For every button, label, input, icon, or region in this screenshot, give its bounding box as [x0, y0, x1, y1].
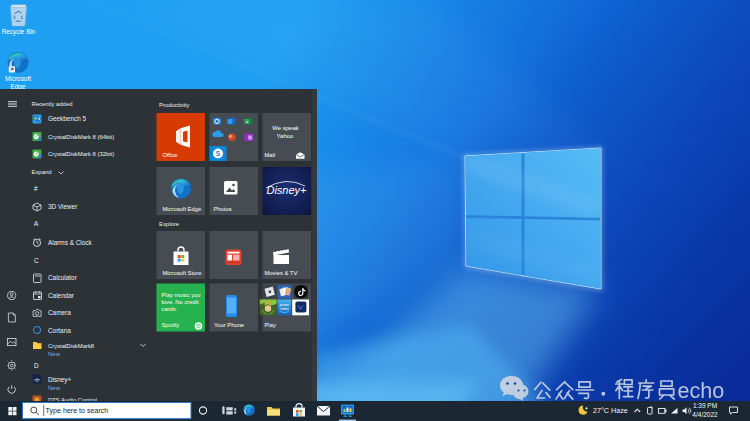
svg-text:Calendar: Calendar [48, 292, 75, 299]
svg-text:video: video [280, 307, 289, 311]
svg-text:Disney+: Disney+ [48, 376, 72, 384]
svg-text:Yahoo: Yahoo [277, 133, 295, 139]
svg-text:New: New [48, 385, 61, 391]
svg-text:Camera: Camera [48, 309, 71, 316]
svg-text:Movies & TV: Movies & TV [265, 270, 298, 276]
svg-text:#: # [34, 185, 38, 192]
svg-text:Alarms & Clock: Alarms & Clock [48, 239, 92, 246]
svg-text:Microsoft: Microsoft [5, 75, 31, 82]
svg-text:Type here to search: Type here to search [46, 407, 109, 415]
svg-text:Photos: Photos [214, 206, 232, 212]
svg-text:Geekbench 5: Geekbench 5 [48, 115, 86, 122]
svg-text:1:39 PM: 1:39 PM [693, 402, 717, 409]
svg-text:Explore: Explore [159, 221, 180, 227]
svg-text:Office: Office [163, 152, 178, 158]
svg-text:Disney+: Disney+ [266, 184, 307, 196]
svg-text:S: S [216, 150, 221, 157]
svg-text:27°C Haze: 27°C Haze [593, 406, 628, 415]
svg-text:D: D [36, 379, 39, 383]
svg-text:cards.: cards. [162, 306, 178, 312]
svg-text:Cortana: Cortana [48, 327, 71, 334]
svg-text:Recently added: Recently added [32, 101, 73, 107]
svg-text:Spotify: Spotify [162, 322, 180, 328]
svg-text:Microsoft Edge: Microsoft Edge [163, 206, 202, 212]
svg-text:Productivity: Productivity [159, 102, 190, 108]
svg-text:Expand: Expand [32, 169, 52, 175]
svg-text:Play: Play [265, 322, 276, 328]
svg-text:x: x [246, 119, 248, 124]
svg-text:love. No credit: love. No credit [162, 299, 199, 305]
svg-text:N: N [249, 135, 252, 140]
svg-text:Your Phone: Your Phone [214, 322, 244, 328]
svg-text:A: A [34, 220, 39, 227]
svg-text:3D Viewer: 3D Viewer [48, 203, 78, 210]
svg-text:We speak: We speak [272, 125, 300, 131]
svg-text:Calculator: Calculator [48, 274, 78, 281]
svg-text:C: C [34, 257, 39, 264]
svg-text:CrystalDiskMark8: CrystalDiskMark8 [48, 343, 95, 349]
svg-text:CrystalDiskMark 8 (64bit): CrystalDiskMark 8 (64bit) [48, 134, 114, 140]
svg-text:D: D [34, 362, 39, 369]
svg-text:Microsoft Store: Microsoft Store [163, 270, 202, 276]
svg-text:CrystalDiskMark 8 (32bit): CrystalDiskMark 8 (32bit) [48, 151, 114, 157]
svg-text:Play music you: Play music you [162, 292, 201, 298]
svg-text:echo: echo [678, 379, 725, 403]
svg-text:Mail: Mail [265, 152, 276, 158]
svg-text:New: New [48, 351, 61, 357]
svg-text:Recycle Bin: Recycle Bin [2, 28, 36, 36]
svg-text:4/4/2022: 4/4/2022 [692, 411, 718, 418]
